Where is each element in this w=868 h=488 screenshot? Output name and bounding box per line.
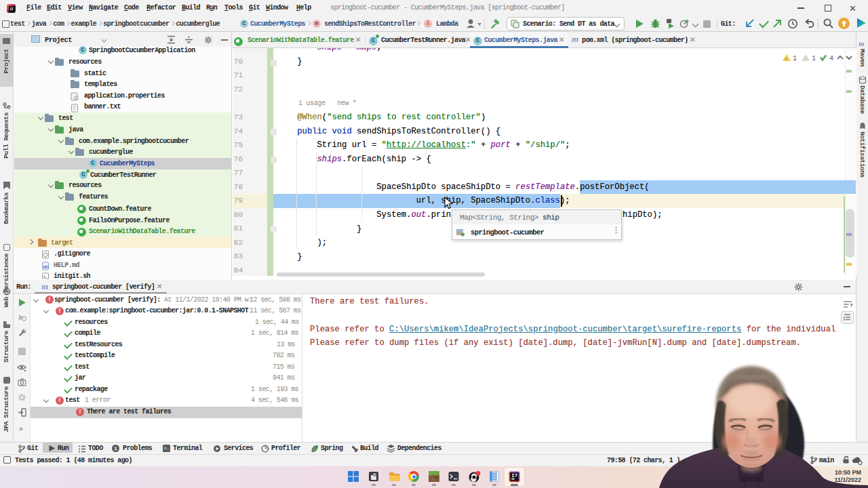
svg-text:4: 4 — [829, 55, 833, 62]
svg-text:MD: MD — [43, 265, 49, 269]
svg-text:!: ! — [785, 57, 787, 62]
svg-text:1: 1 — [812, 55, 816, 62]
svg-text:1: 1 — [793, 55, 797, 62]
